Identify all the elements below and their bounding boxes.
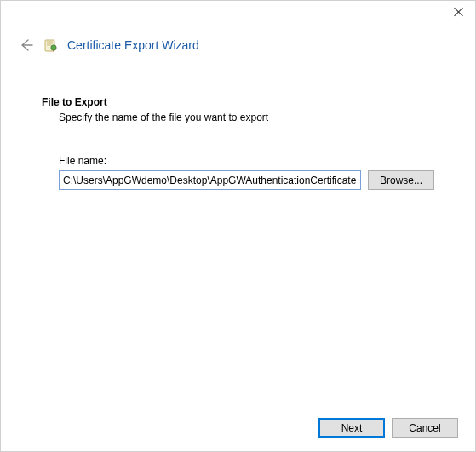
wizard-title: Certificate Export Wizard xyxy=(67,38,199,52)
divider xyxy=(42,134,434,134)
page-subheading: Specify the name of the file you want to… xyxy=(42,112,434,123)
titlebar xyxy=(1,1,475,31)
wizard-footer: Next Cancel xyxy=(318,418,458,438)
close-icon[interactable] xyxy=(453,6,465,18)
browse-button[interactable]: Browse... xyxy=(368,170,434,190)
next-button[interactable]: Next xyxy=(318,418,385,438)
wizard-content: File to Export Specify the name of the f… xyxy=(1,71,475,190)
filename-input[interactable] xyxy=(59,170,361,190)
wizard-header: Certificate Export Wizard xyxy=(1,31,475,71)
certificate-wizard-icon xyxy=(43,37,59,53)
back-arrow-icon[interactable] xyxy=(18,37,35,54)
filename-label: File name: xyxy=(59,155,434,167)
filename-field-area: File name: Browse... xyxy=(42,155,434,190)
cancel-button[interactable]: Cancel xyxy=(392,418,458,438)
page-heading: File to Export xyxy=(42,96,434,108)
filename-row: Browse... xyxy=(59,170,434,190)
